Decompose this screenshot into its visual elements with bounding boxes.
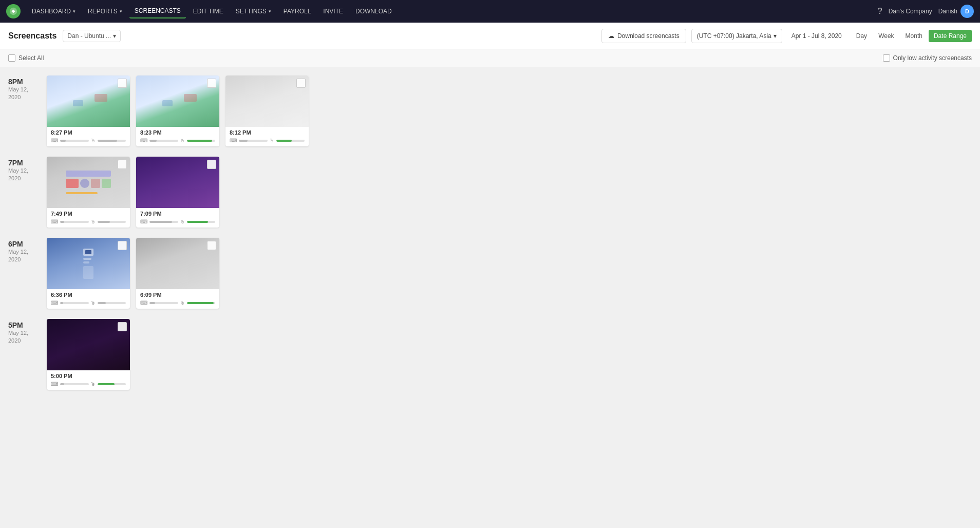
- keyboard-bar-container: [60, 140, 89, 142]
- time-group-6pm: 6PMMay 12, 2020 6:36 PM⌨🖱 6:09 PM⌨🖱: [8, 238, 972, 309]
- screenshot-meta: ⌨🖱: [51, 219, 126, 224]
- timezone-caret: ▾: [774, 32, 777, 40]
- keyboard-icon: ⌨: [51, 381, 58, 387]
- keyboard-activity-bar: [149, 302, 178, 304]
- screenshot-checkbox[interactable]: [118, 79, 127, 88]
- mouse-bar-container: [98, 302, 126, 304]
- mouse-bar-container: [276, 140, 305, 142]
- screenshot-time: 8:12 PM: [230, 129, 305, 136]
- user-selector[interactable]: Dan - Ubuntu ... ▾: [63, 30, 121, 42]
- user-menu[interactable]: Danish D: [938, 5, 974, 18]
- keyboard-icon: ⌨: [140, 300, 147, 306]
- screenshot-checkbox[interactable]: [296, 79, 306, 88]
- select-all-label[interactable]: Select All: [8, 54, 44, 62]
- mouse-activity-bar: [276, 140, 305, 142]
- screenshot-info: 6:36 PM⌨🖱: [47, 289, 130, 309]
- mouse-bar-container: [187, 302, 216, 304]
- screenshots-row-1: 7:49 PM⌨🖱 7:09 PM⌨🖱: [47, 157, 219, 228]
- keyboard-bar-container: [239, 140, 268, 142]
- screenshot-checkbox[interactable]: [207, 79, 216, 88]
- nav-download[interactable]: DOWNLOAD: [350, 5, 397, 18]
- mouse-bar-container: [98, 140, 126, 142]
- nav-invite[interactable]: INVITE: [318, 5, 348, 18]
- user-selector-caret: ▾: [113, 32, 116, 40]
- screenshot-time: 8:27 PM: [51, 129, 126, 136]
- screenshot-card[interactable]: 8:12 PM⌨🖱: [225, 76, 309, 146]
- nav-dashboard[interactable]: DASHBOARD ▾: [27, 5, 81, 18]
- keyboard-bar-container: [60, 221, 89, 223]
- time-label-1: 7PMMay 12, 2020: [8, 157, 47, 228]
- hour-text: 6PM: [8, 240, 47, 248]
- screenshot-checkbox[interactable]: [207, 241, 216, 250]
- app-logo[interactable]: [6, 4, 21, 18]
- mouse-activity-bar: [98, 221, 126, 223]
- mouse-bar-fill: [98, 221, 110, 223]
- help-icon[interactable]: ?: [878, 7, 882, 16]
- screenshot-card[interactable]: 8:27 PM⌨🖱: [47, 76, 130, 146]
- screenshot-card[interactable]: 8:23 PM⌨🖱: [136, 76, 219, 146]
- screenshot-card[interactable]: 7:09 PM⌨🖱: [136, 157, 219, 228]
- screenshot-card[interactable]: 6:09 PM⌨🖱: [136, 238, 219, 309]
- timezone-selector[interactable]: (UTC +07:00) Jakarta, Asia ▾: [691, 29, 782, 43]
- nav-screencasts[interactable]: SCREENCASTS: [129, 4, 186, 18]
- tab-date-range[interactable]: Date Range: [929, 30, 972, 42]
- date-text: May 12, 2020: [8, 86, 47, 102]
- screenshot-card[interactable]: 5:00 PM⌨🖱: [47, 319, 130, 390]
- screenshot-thumbnail: [136, 238, 219, 289]
- nav-payroll[interactable]: PAYROLL: [278, 5, 316, 18]
- page-title: Screencasts: [8, 31, 56, 41]
- screenshot-info: 6:09 PM⌨🖱: [136, 289, 219, 309]
- mouse-activity-bar: [98, 140, 126, 142]
- mouse-activity-bar: [98, 302, 126, 304]
- keyboard-activity-bar: [149, 140, 178, 142]
- keyboard-bar-container: [60, 302, 89, 304]
- keyboard-activity-bar: [60, 383, 89, 385]
- tab-month[interactable]: Month: [900, 30, 928, 42]
- screenshot-time: 6:09 PM: [140, 292, 215, 298]
- keyboard-activity-bar: [60, 221, 89, 223]
- screenshot-checkbox[interactable]: [118, 241, 127, 250]
- screenshot-time: 7:49 PM: [51, 211, 126, 217]
- nav-settings[interactable]: SETTINGS ▾: [231, 5, 276, 18]
- timezone-value: (UTC +07:00) Jakarta, Asia: [697, 32, 771, 40]
- low-activity-label[interactable]: Only low activity screencasts: [883, 54, 972, 62]
- nav-right-section: ? Dan's Company Danish D: [878, 5, 974, 18]
- screenshot-card[interactable]: 7:49 PM⌨🖱: [47, 157, 130, 228]
- nav-edit-time[interactable]: EDIT TIME: [188, 5, 229, 18]
- keyboard-bar-fill: [60, 221, 64, 223]
- tab-day[interactable]: Day: [851, 30, 872, 42]
- keyboard-activity-bar: [149, 221, 178, 223]
- mouse-icon: 🖱: [91, 300, 96, 306]
- screenshot-checkbox[interactable]: [118, 322, 127, 331]
- mouse-bar-container: [187, 140, 216, 142]
- date-text: May 12, 2020: [8, 248, 47, 264]
- toolbar: Select All Only low activity screencasts: [0, 49, 980, 67]
- mouse-activity-bar: [98, 383, 126, 385]
- screenshot-checkbox[interactable]: [118, 160, 127, 169]
- keyboard-bar-container: [60, 383, 89, 385]
- keyboard-bar-fill: [239, 140, 248, 142]
- time-group-7pm: 7PMMay 12, 2020 7:49 PM⌨🖱 7:09 PM⌨🖱: [8, 157, 972, 228]
- time-group-8pm: 8PMMay 12, 2020 8:27 PM⌨🖱 8:23 PM⌨🖱 8:12…: [8, 76, 972, 146]
- screenshot-thumbnail: [136, 76, 219, 127]
- screenshot-thumbnail: [225, 76, 309, 127]
- mouse-icon: 🖱: [91, 219, 96, 224]
- time-group-5pm: 5PMMay 12, 2020 5:00 PM⌨🖱: [8, 319, 972, 390]
- tab-week[interactable]: Week: [873, 30, 899, 42]
- screenshot-card[interactable]: 6:36 PM⌨🖱: [47, 238, 130, 309]
- hour-text: 5PM: [8, 321, 47, 329]
- download-screencasts-button[interactable]: ☁ Download screencasts: [601, 29, 686, 43]
- mouse-activity-bar: [187, 140, 216, 142]
- keyboard-bar-container: [149, 221, 178, 223]
- main-content: 8PMMay 12, 2020 8:27 PM⌨🖱 8:23 PM⌨🖱 8:12…: [0, 67, 980, 528]
- low-activity-checkbox[interactable]: [883, 54, 890, 62]
- mouse-bar-fill: [276, 140, 292, 142]
- select-all-checkbox[interactable]: [8, 54, 15, 62]
- date-text: May 12, 2020: [8, 329, 47, 345]
- nav-reports[interactable]: REPORTS ▾: [83, 5, 127, 18]
- screenshot-time: 7:09 PM: [140, 211, 215, 217]
- reports-caret: ▾: [120, 9, 122, 14]
- screenshot-thumbnail: [47, 319, 130, 370]
- screenshot-checkbox[interactable]: [207, 160, 216, 169]
- keyboard-bar-fill: [149, 221, 172, 223]
